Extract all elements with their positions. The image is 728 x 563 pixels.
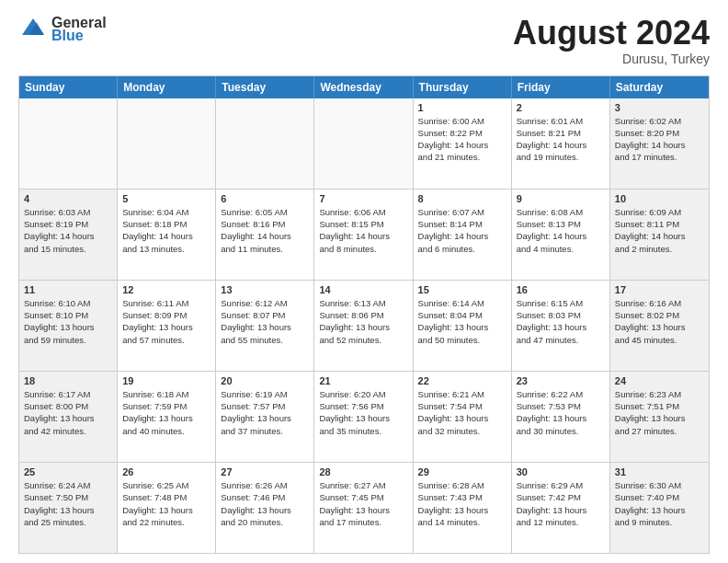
location: Durusu, Turkey [513,52,710,66]
logo: General Blue [18,15,107,44]
day-cell-8: 8Sunrise: 6:07 AM Sunset: 8:14 PM Daylig… [414,190,512,280]
day-info: Sunrise: 6:16 AM Sunset: 8:02 PM Dayligh… [615,297,704,346]
day-number: 26 [122,466,210,477]
day-info: Sunrise: 6:02 AM Sunset: 8:20 PM Dayligh… [615,115,704,164]
day-number: 15 [418,284,506,295]
day-cell-2: 2Sunrise: 6:01 AM Sunset: 8:21 PM Daylig… [512,98,610,189]
day-cell-21: 21Sunrise: 6:20 AM Sunset: 7:56 PM Dayli… [314,372,413,462]
day-cell-6: 6Sunrise: 6:05 AM Sunset: 8:16 PM Daylig… [216,190,314,280]
day-number: 9 [517,193,605,204]
day-info: Sunrise: 6:30 AM Sunset: 7:40 PM Dayligh… [615,479,704,528]
empty-cell [19,98,118,189]
header: General Blue August 2024 Durusu, Turkey [18,15,710,66]
day-cell-11: 11Sunrise: 6:10 AM Sunset: 8:10 PM Dayli… [19,281,118,371]
day-number: 27 [221,466,309,477]
day-number: 6 [221,193,309,204]
day-info: Sunrise: 6:20 AM Sunset: 7:56 PM Dayligh… [319,388,407,437]
day-number: 4 [24,193,112,204]
day-header-wednesday: Wednesday [314,76,413,98]
day-info: Sunrise: 6:24 AM Sunset: 7:50 PM Dayligh… [24,479,112,528]
week-row-3: 11Sunrise: 6:10 AM Sunset: 8:10 PM Dayli… [19,280,709,371]
day-number: 2 [517,102,605,113]
week-row-2: 4Sunrise: 6:03 AM Sunset: 8:19 PM Daylig… [19,189,709,280]
day-number: 30 [517,466,605,477]
day-number: 14 [319,284,407,295]
day-number: 1 [418,102,506,113]
day-cell-17: 17Sunrise: 6:16 AM Sunset: 8:02 PM Dayli… [610,281,709,371]
day-number: 16 [517,284,605,295]
day-number: 22 [418,375,506,386]
day-number: 3 [615,102,704,113]
day-info: Sunrise: 6:19 AM Sunset: 7:57 PM Dayligh… [221,388,309,437]
day-info: Sunrise: 6:18 AM Sunset: 7:59 PM Dayligh… [122,388,210,437]
day-info: Sunrise: 6:08 AM Sunset: 8:13 PM Dayligh… [517,206,605,255]
day-header-saturday: Saturday [610,76,709,98]
empty-cell [118,98,216,189]
day-number: 21 [319,375,407,386]
day-cell-5: 5Sunrise: 6:04 AM Sunset: 8:18 PM Daylig… [118,190,216,280]
day-info: Sunrise: 6:21 AM Sunset: 7:54 PM Dayligh… [418,388,506,437]
day-number: 31 [615,466,704,477]
day-info: Sunrise: 6:10 AM Sunset: 8:10 PM Dayligh… [24,297,112,346]
day-info: Sunrise: 6:15 AM Sunset: 8:03 PM Dayligh… [517,297,605,346]
day-info: Sunrise: 6:23 AM Sunset: 7:51 PM Dayligh… [615,388,704,437]
day-number: 7 [319,193,407,204]
day-info: Sunrise: 6:14 AM Sunset: 8:04 PM Dayligh… [418,297,506,346]
day-cell-7: 7Sunrise: 6:06 AM Sunset: 8:15 PM Daylig… [314,190,413,280]
day-header-monday: Monday [118,76,216,98]
day-info: Sunrise: 6:09 AM Sunset: 8:11 PM Dayligh… [615,206,704,255]
day-info: Sunrise: 6:17 AM Sunset: 8:00 PM Dayligh… [24,388,112,437]
day-cell-18: 18Sunrise: 6:17 AM Sunset: 8:00 PM Dayli… [19,372,118,462]
day-cell-3: 3Sunrise: 6:02 AM Sunset: 8:20 PM Daylig… [610,98,709,189]
day-number: 25 [24,466,112,477]
day-cell-28: 28Sunrise: 6:27 AM Sunset: 7:45 PM Dayli… [314,463,413,553]
empty-cell [216,98,314,189]
day-number: 20 [221,375,309,386]
calendar-body: 1Sunrise: 6:00 AM Sunset: 8:22 PM Daylig… [19,98,709,553]
calendar-header: SundayMondayTuesdayWednesdayThursdayFrid… [19,76,709,98]
day-info: Sunrise: 6:04 AM Sunset: 8:18 PM Dayligh… [122,206,210,255]
day-number: 11 [24,284,112,295]
day-header-thursday: Thursday [414,76,512,98]
week-row-1: 1Sunrise: 6:00 AM Sunset: 8:22 PM Daylig… [19,98,709,189]
day-cell-24: 24Sunrise: 6:23 AM Sunset: 7:51 PM Dayli… [610,372,709,462]
day-cell-10: 10Sunrise: 6:09 AM Sunset: 8:11 PM Dayli… [610,190,709,280]
day-info: Sunrise: 6:05 AM Sunset: 8:16 PM Dayligh… [221,206,309,255]
day-header-tuesday: Tuesday [216,76,314,98]
day-info: Sunrise: 6:07 AM Sunset: 8:14 PM Dayligh… [418,206,506,255]
day-cell-12: 12Sunrise: 6:11 AM Sunset: 8:09 PM Dayli… [118,281,216,371]
day-info: Sunrise: 6:28 AM Sunset: 7:43 PM Dayligh… [418,479,506,528]
day-number: 29 [418,466,506,477]
empty-cell [314,98,413,189]
day-info: Sunrise: 6:13 AM Sunset: 8:06 PM Dayligh… [319,297,407,346]
day-cell-13: 13Sunrise: 6:12 AM Sunset: 8:07 PM Dayli… [216,281,314,371]
day-cell-26: 26Sunrise: 6:25 AM Sunset: 7:48 PM Dayli… [118,463,216,553]
day-info: Sunrise: 6:25 AM Sunset: 7:48 PM Dayligh… [122,479,210,528]
day-info: Sunrise: 6:26 AM Sunset: 7:46 PM Dayligh… [221,479,309,528]
day-cell-16: 16Sunrise: 6:15 AM Sunset: 8:03 PM Dayli… [512,281,610,371]
day-header-sunday: Sunday [19,76,118,98]
day-cell-14: 14Sunrise: 6:13 AM Sunset: 8:06 PM Dayli… [314,281,413,371]
day-cell-31: 31Sunrise: 6:30 AM Sunset: 7:40 PM Dayli… [610,463,709,553]
day-number: 8 [418,193,506,204]
month-title: August 2024 [513,15,710,52]
day-number: 23 [517,375,605,386]
day-info: Sunrise: 6:22 AM Sunset: 7:53 PM Dayligh… [517,388,605,437]
day-number: 18 [24,375,112,386]
day-cell-22: 22Sunrise: 6:21 AM Sunset: 7:54 PM Dayli… [414,372,512,462]
day-header-friday: Friday [512,76,610,98]
day-info: Sunrise: 6:11 AM Sunset: 8:09 PM Dayligh… [122,297,210,346]
day-info: Sunrise: 6:27 AM Sunset: 7:45 PM Dayligh… [319,479,407,528]
day-number: 13 [221,284,309,295]
calendar: SundayMondayTuesdayWednesdayThursdayFrid… [18,75,710,554]
day-info: Sunrise: 6:29 AM Sunset: 7:42 PM Dayligh… [517,479,605,528]
week-row-5: 25Sunrise: 6:24 AM Sunset: 7:50 PM Dayli… [19,462,709,553]
day-number: 17 [615,284,704,295]
day-info: Sunrise: 6:00 AM Sunset: 8:22 PM Dayligh… [418,115,506,164]
day-number: 10 [615,193,704,204]
title-block: August 2024 Durusu, Turkey [513,15,710,66]
day-cell-9: 9Sunrise: 6:08 AM Sunset: 8:13 PM Daylig… [512,190,610,280]
day-info: Sunrise: 6:03 AM Sunset: 8:19 PM Dayligh… [24,206,112,255]
day-info: Sunrise: 6:06 AM Sunset: 8:15 PM Dayligh… [319,206,407,255]
day-number: 28 [319,466,407,477]
